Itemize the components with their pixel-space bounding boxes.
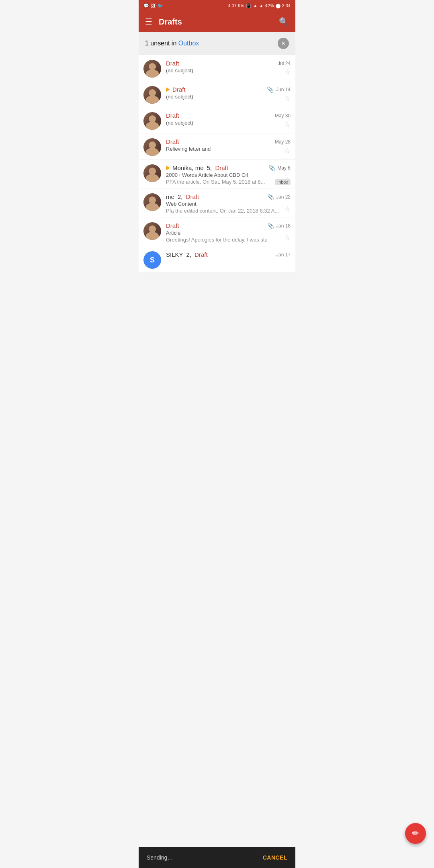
email-date: May 6	[277, 165, 291, 171]
email-preview: Greetings! Apologies for the delay, I wa…	[166, 237, 291, 243]
email-content: SILKY 2, Draft Jan 17	[166, 251, 291, 259]
email-content: Monika, me 5, Draft 📎 May 6 2000+ Words …	[166, 164, 291, 185]
star-button[interactable]: ☆	[284, 233, 291, 242]
email-subject: (no subject)	[166, 68, 291, 74]
twitter-icon: 🐦	[158, 3, 163, 8]
battery-icon: ⬤	[276, 3, 280, 8]
avatar	[143, 138, 161, 156]
list-item[interactable]: Draft May 30 (no subject) ☆	[139, 107, 295, 133]
email-subject: Relieving letter and	[166, 146, 291, 152]
draft-inline-label: Draft	[186, 193, 199, 200]
email-content: Draft 📎 Jan 18 Article Greetings! Apolog…	[166, 222, 291, 243]
sender-name: SILKY	[166, 251, 184, 258]
draft-label: Draft	[172, 86, 186, 93]
email-subject: 2000+ Words Article About CBD Oil	[166, 172, 291, 178]
thread-count: 2,	[178, 193, 184, 200]
email-list: Draft Jul 24 (no subject) ☆ Draft 📎 Jun …	[139, 55, 295, 272]
sender-name: Monika, me	[172, 164, 205, 171]
attachment-icon: 📎	[267, 86, 274, 93]
email-content: Draft May 30 (no subject)	[166, 112, 291, 127]
attachment-icon: 📎	[267, 223, 274, 229]
list-item[interactable]: Draft 📎 Jan 18 Article Greetings! Apolog…	[139, 217, 295, 246]
draft-inline-label: Draft	[215, 164, 228, 171]
avatar: S	[143, 251, 161, 269]
status-bar: 💬 🖼 🐦 4.07 K/s 📳 ▲ ▲ 42% ⬤ 3:34	[139, 0, 295, 11]
email-date: Jan 17	[276, 252, 291, 258]
list-item[interactable]: me 2, Draft 📎 Jan 22 Web Content Pfa the…	[139, 188, 295, 217]
email-preview: Pfa the edited content. On Jan 22, 2018 …	[166, 208, 291, 214]
email-subject: (no subject)	[166, 94, 291, 100]
vibrate-icon: 📳	[246, 3, 252, 8]
forward-icon	[166, 87, 170, 92]
draft-inline-label: Draft	[194, 251, 208, 258]
outbox-text: 1 unsent in Outbox	[145, 40, 199, 47]
email-content: Draft May 28 Relieving letter and	[166, 138, 291, 153]
email-subject: Article	[166, 230, 291, 236]
outbox-link[interactable]: Outbox	[178, 40, 199, 47]
avatar	[143, 86, 161, 104]
star-button[interactable]: ☆	[284, 68, 291, 77]
outbox-banner: 1 unsent in Outbox ✕	[139, 32, 295, 55]
email-content: Draft Jul 24 (no subject)	[166, 60, 291, 74]
app-header: ☰ Drafts 🔍	[139, 11, 295, 32]
clock: 3:34	[282, 3, 291, 8]
avatar	[143, 60, 161, 78]
attachment-icon: 📎	[267, 194, 274, 200]
battery-percent: 42%	[265, 3, 274, 8]
avatar	[143, 112, 161, 130]
whatsapp-icon: 💬	[143, 3, 149, 8]
draft-label: Draft	[166, 112, 179, 119]
email-content: Draft 📎 Jun 14 (no subject)	[166, 86, 291, 100]
status-icons: 💬 🖼 🐦	[143, 3, 163, 8]
star-button[interactable]: ☆	[284, 175, 291, 184]
draft-label: Draft	[166, 60, 179, 67]
draft-label: Draft	[166, 138, 179, 145]
list-item[interactable]: Draft Jul 24 (no subject) ☆	[139, 55, 295, 81]
avatar	[143, 193, 161, 211]
avatar	[143, 164, 161, 182]
page-title: Drafts	[159, 17, 279, 27]
network-speed: 4.07 K/s	[228, 3, 244, 8]
forward-icon	[166, 166, 170, 170]
email-date: Jan 18	[276, 223, 291, 229]
signal-icon: ▲	[259, 3, 264, 8]
star-button[interactable]: ☆	[284, 120, 291, 129]
email-content: me 2, Draft 📎 Jan 22 Web Content Pfa the…	[166, 193, 291, 214]
gallery-icon: 🖼	[151, 3, 156, 8]
search-icon[interactable]: 🔍	[279, 17, 289, 27]
menu-icon[interactable]: ☰	[145, 17, 152, 27]
email-subject: Web Content	[166, 201, 291, 207]
star-button[interactable]: ☆	[284, 94, 291, 103]
draft-label: Draft	[166, 222, 179, 229]
email-date: May 28	[275, 139, 291, 145]
list-item[interactable]: S SILKY 2, Draft Jan 17	[139, 246, 295, 272]
email-preview: PFA the article. On Sat, May 5, 2018 at …	[166, 179, 272, 185]
email-date: May 30	[275, 113, 291, 119]
attachment-icon: 📎	[268, 165, 275, 171]
star-button[interactable]: ☆	[284, 146, 291, 155]
email-date: Jul 24	[278, 61, 291, 66]
outbox-close-button[interactable]: ✕	[278, 38, 289, 49]
list-item[interactable]: Draft May 28 Relieving letter and ☆	[139, 133, 295, 160]
email-subject: (no subject)	[166, 120, 291, 126]
sender-name: me	[166, 193, 176, 200]
thread-count: 2,	[186, 251, 193, 258]
star-button[interactable]: ☆	[284, 204, 291, 213]
email-date: Jun 14	[276, 87, 291, 92]
wifi-icon: ▲	[253, 3, 258, 8]
email-date: Jan 22	[276, 194, 291, 200]
list-item[interactable]: Monika, me 5, Draft 📎 May 6 2000+ Words …	[139, 160, 295, 188]
list-item[interactable]: Draft 📎 Jun 14 (no subject) ☆	[139, 81, 295, 107]
thread-count: 5,	[207, 164, 214, 171]
status-info: 4.07 K/s 📳 ▲ ▲ 42% ⬤ 3:34	[228, 3, 291, 8]
avatar	[143, 222, 161, 240]
